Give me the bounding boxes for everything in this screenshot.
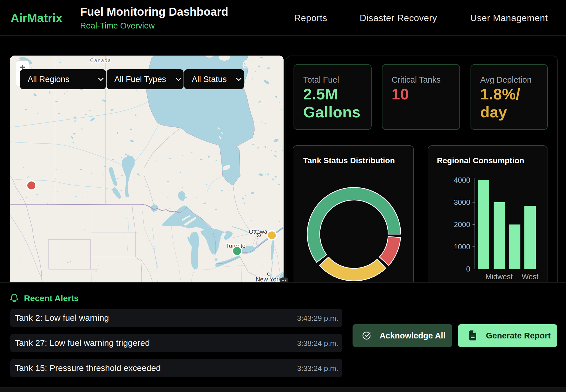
svg-text:Canada: Canada [90, 58, 111, 63]
svg-text:3000: 3000 [454, 198, 470, 207]
svg-text:1000: 1000 [454, 242, 470, 251]
svg-text:4000: 4000 [454, 176, 470, 184]
svg-text:New York: New York [256, 276, 282, 282]
svg-text:0: 0 [466, 265, 470, 273]
svg-text:West: West [522, 272, 539, 281]
svg-text:2000: 2000 [454, 220, 470, 229]
svg-text:Midwest: Midwest [485, 272, 513, 281]
